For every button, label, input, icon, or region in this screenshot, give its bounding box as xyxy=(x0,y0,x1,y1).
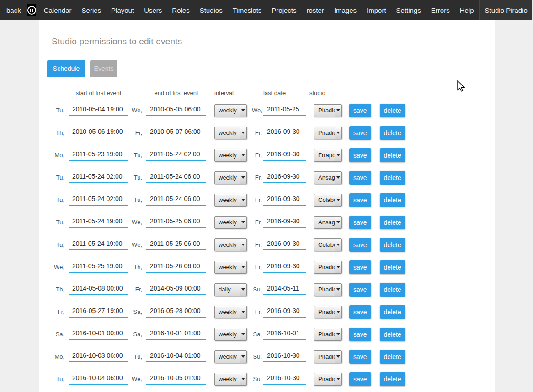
delete-button[interactable]: delete xyxy=(380,283,405,297)
interval-select[interactable]: weekly xyxy=(214,104,247,117)
start-datetime-input[interactable] xyxy=(69,194,128,206)
save-button[interactable]: save xyxy=(349,260,371,274)
nav-item-playout[interactable]: Playout xyxy=(111,6,134,14)
studio-select[interactable]: Piradio xyxy=(314,104,342,117)
last-date-input[interactable] xyxy=(263,261,306,273)
nav-item-roles[interactable]: Roles xyxy=(172,6,189,14)
start-datetime-input[interactable] xyxy=(69,373,128,385)
last-date-input[interactable] xyxy=(263,284,306,295)
interval-select[interactable]: weekly xyxy=(214,171,247,184)
start-datetime-input[interactable] xyxy=(69,306,128,318)
studio-select[interactable]: Ansage xyxy=(314,216,342,229)
nav-item-calendar[interactable]: Calendar xyxy=(44,6,72,14)
start-datetime-input[interactable] xyxy=(69,149,128,161)
start-datetime-input[interactable] xyxy=(69,217,128,228)
save-button[interactable]: save xyxy=(349,283,371,297)
save-button[interactable]: save xyxy=(349,372,371,386)
interval-select[interactable]: weekly xyxy=(214,194,247,207)
start-datetime-input[interactable] xyxy=(69,239,128,250)
delete-button[interactable]: delete xyxy=(380,148,405,162)
studio-select[interactable]: Ansage xyxy=(314,171,342,184)
start-datetime-input[interactable] xyxy=(69,284,128,295)
studio-select[interactable]: Piradio xyxy=(314,373,342,386)
interval-select[interactable]: weekly xyxy=(214,261,247,274)
last-date-input[interactable] xyxy=(263,127,306,138)
end-datetime-input[interactable] xyxy=(146,306,206,318)
studio-select[interactable]: Colabo xyxy=(314,194,342,207)
interval-select[interactable]: weekly xyxy=(214,350,247,363)
save-button[interactable]: save xyxy=(349,171,371,185)
tab-schedule[interactable]: Schedule xyxy=(47,60,85,77)
tab-events[interactable]: Events xyxy=(90,60,117,77)
nav-item-import[interactable]: Import xyxy=(367,6,386,14)
nav-item-help[interactable]: Help xyxy=(460,6,474,14)
last-date-input[interactable] xyxy=(263,351,306,362)
interval-select[interactable]: weekly xyxy=(214,238,247,251)
interval-select[interactable]: daily xyxy=(214,283,247,296)
delete-button[interactable]: delete xyxy=(380,216,405,229)
studio-select[interactable]: Piradio xyxy=(314,283,342,296)
interval-select[interactable]: weekly xyxy=(214,216,247,229)
nav-item-studios[interactable]: Studios xyxy=(200,6,223,14)
last-date-input[interactable] xyxy=(263,373,306,385)
save-button[interactable]: save xyxy=(349,126,371,140)
end-datetime-input[interactable] xyxy=(146,194,206,206)
start-datetime-input[interactable] xyxy=(69,127,128,138)
end-datetime-input[interactable] xyxy=(146,172,206,183)
save-button[interactable]: save xyxy=(349,350,371,364)
last-date-input[interactable] xyxy=(263,239,306,250)
interval-select[interactable]: weekly xyxy=(214,149,247,162)
save-button[interactable]: save xyxy=(349,216,371,229)
studio-select[interactable]: Piradio xyxy=(314,306,342,318)
delete-button[interactable]: delete xyxy=(380,238,405,252)
delete-button[interactable]: delete xyxy=(380,372,405,386)
interval-select[interactable]: weekly xyxy=(214,373,247,386)
studio-select[interactable]: Piradio xyxy=(314,127,342,139)
interval-select[interactable]: weekly xyxy=(214,127,247,139)
nav-item-users[interactable]: Users xyxy=(144,6,162,14)
start-datetime-input[interactable] xyxy=(69,172,128,183)
studio-select[interactable]: Piradio xyxy=(314,328,342,341)
last-date-input[interactable] xyxy=(263,328,306,340)
delete-button[interactable]: delete xyxy=(380,104,405,117)
last-date-input[interactable] xyxy=(263,194,306,206)
start-datetime-input[interactable] xyxy=(69,105,128,116)
last-date-input[interactable] xyxy=(263,306,306,318)
nav-item-settings[interactable]: Settings xyxy=(396,6,421,14)
studio-selector[interactable]: Studio Piradio xyxy=(479,0,533,20)
end-datetime-input[interactable] xyxy=(146,149,206,161)
end-datetime-input[interactable] xyxy=(146,105,206,116)
delete-button[interactable]: delete xyxy=(380,260,405,274)
delete-button[interactable]: delete xyxy=(380,193,405,207)
start-datetime-input[interactable] xyxy=(69,328,128,340)
nav-item-errors[interactable]: Errors xyxy=(431,6,450,14)
end-datetime-input[interactable] xyxy=(146,284,206,295)
delete-button[interactable]: delete xyxy=(380,171,405,185)
start-datetime-input[interactable] xyxy=(69,351,128,362)
nav-item-series[interactable]: Series xyxy=(82,6,101,14)
delete-button[interactable]: delete xyxy=(380,328,405,341)
nav-item-projects[interactable]: Projects xyxy=(272,6,296,14)
end-datetime-input[interactable] xyxy=(146,351,206,362)
back-link[interactable]: back xyxy=(6,6,21,14)
delete-button[interactable]: delete xyxy=(380,126,405,140)
last-date-input[interactable] xyxy=(263,105,306,116)
app-logo-icon[interactable] xyxy=(27,4,36,16)
studio-select[interactable]: Piradio xyxy=(314,350,342,363)
save-button[interactable]: save xyxy=(349,238,371,252)
end-datetime-input[interactable] xyxy=(146,373,206,385)
end-datetime-input[interactable] xyxy=(146,239,206,250)
end-datetime-input[interactable] xyxy=(146,217,206,228)
studio-select[interactable]: Colabo xyxy=(314,238,342,251)
nav-item-images[interactable]: Images xyxy=(334,6,357,14)
nav-item-timeslots[interactable]: Timeslots xyxy=(233,6,262,14)
delete-button[interactable]: delete xyxy=(380,350,405,364)
save-button[interactable]: save xyxy=(349,148,371,162)
studio-select[interactable]: Frrapo xyxy=(314,149,342,162)
interval-select[interactable]: weekly xyxy=(214,306,247,318)
last-date-input[interactable] xyxy=(263,217,306,228)
save-button[interactable]: save xyxy=(349,193,371,207)
save-button[interactable]: save xyxy=(349,104,371,117)
save-button[interactable]: save xyxy=(349,328,371,341)
save-button[interactable]: save xyxy=(349,305,371,319)
